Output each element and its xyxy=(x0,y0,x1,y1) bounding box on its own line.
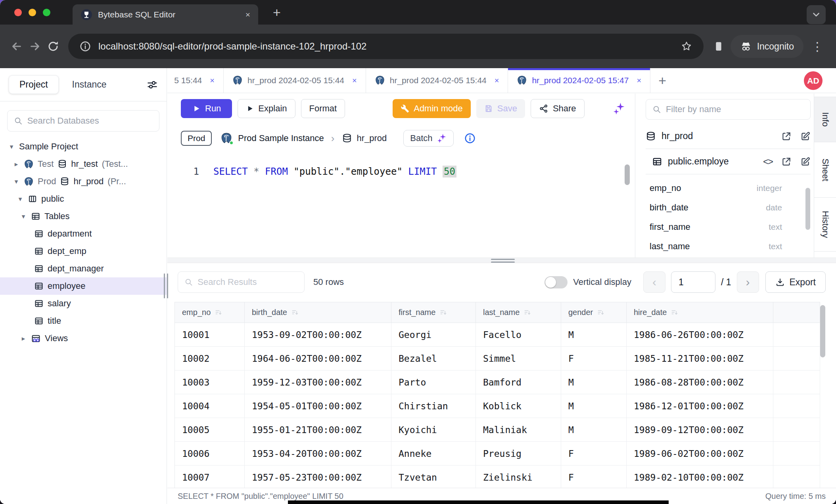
tab-history[interactable]: History xyxy=(814,198,836,252)
tree-item-tables[interactable]: ▾ Tables xyxy=(0,208,167,225)
database-search[interactable] xyxy=(7,110,159,132)
cell[interactable]: 1989-06-02T00:00:00Z xyxy=(627,442,773,466)
cell[interactable]: 10004 xyxy=(175,394,245,418)
tree-item-salary[interactable]: salary xyxy=(0,295,167,312)
next-page-button[interactable]: › xyxy=(737,271,759,293)
tree-item-employee[interactable]: employee xyxy=(0,277,167,295)
code-icon[interactable]: <> xyxy=(763,156,773,167)
side-panel-icon[interactable] xyxy=(712,40,725,53)
results-search-field[interactable] xyxy=(178,271,305,293)
editor-tab-4-active[interactable]: hr_prod 2024-02-05 15:47 × xyxy=(508,68,650,93)
back-icon[interactable] xyxy=(10,40,23,53)
page-number-input[interactable] xyxy=(671,271,715,293)
cell[interactable]: 10001 xyxy=(175,323,245,347)
sidebar-resize-handle[interactable] xyxy=(164,273,168,298)
header-gender[interactable]: gender xyxy=(561,302,627,323)
column-list-scrollbar[interactable] xyxy=(805,188,810,230)
cell[interactable]: 1953-09-02T00:00:00Z xyxy=(245,323,391,347)
tree-item-department[interactable]: department xyxy=(0,225,167,242)
minimize-window-button[interactable] xyxy=(29,9,36,16)
table-row[interactable]: 100021964-06-02T00:00:00ZBezalelSimmelF1… xyxy=(175,347,820,370)
editor-tab-1[interactable]: 5 15:44 × xyxy=(167,68,224,93)
tab-search-button[interactable] xyxy=(807,5,826,24)
cell[interactable]: Maliniak xyxy=(476,418,561,442)
table-row[interactable]: 100011953-09-02T00:00:00ZGeorgiFacelloM1… xyxy=(175,323,820,347)
cell[interactable]: 1953-04-20T00:00:00Z xyxy=(245,442,391,466)
sort-icon[interactable] xyxy=(439,309,447,317)
instance-name[interactable]: Prod Sample Instance xyxy=(238,133,324,143)
column-row[interactable]: first_name text xyxy=(650,217,811,237)
format-button[interactable]: Format xyxy=(301,99,345,118)
cell[interactable]: 1989-02-10T00:00:00Z xyxy=(627,466,773,489)
cell[interactable]: 1989-09-12T00:00:00Z xyxy=(627,418,773,442)
editor-scrollbar[interactable] xyxy=(625,164,630,185)
sort-icon[interactable] xyxy=(597,309,605,317)
cell[interactable]: 10006 xyxy=(175,442,245,466)
forward-icon[interactable] xyxy=(29,40,41,53)
reload-icon[interactable] xyxy=(47,40,59,53)
close-tab-icon[interactable]: × xyxy=(210,76,215,85)
table-row[interactable]: 100041954-05-01T00:00:00ZChirstianKoblic… xyxy=(175,394,820,418)
tree-item-dept_manager[interactable]: dept_manager xyxy=(0,260,167,277)
tree-item-public-schema[interactable]: ▾ public xyxy=(0,190,167,208)
cell[interactable]: Kyoichi xyxy=(391,418,476,442)
cell[interactable]: Anneke xyxy=(391,442,476,466)
browser-menu-button[interactable]: ⋮ xyxy=(809,40,826,53)
table-row[interactable]: 100071957-05-23T00:00:00ZTzvetanZielinsk… xyxy=(175,466,820,489)
results-scrollbar[interactable] xyxy=(820,305,825,357)
schema-database-row[interactable]: hr_prod xyxy=(646,124,811,149)
new-tab-button[interactable]: + xyxy=(269,3,285,22)
cell[interactable]: 1954-05-01T00:00:00Z xyxy=(245,394,391,418)
cell[interactable]: 10005 xyxy=(175,418,245,442)
cell[interactable]: Georgi xyxy=(391,323,476,347)
bookmark-star-icon[interactable] xyxy=(681,40,692,52)
cell[interactable]: Bamford xyxy=(476,370,561,394)
caret-right-icon[interactable]: ▸ xyxy=(20,334,27,343)
cell[interactable]: 10007 xyxy=(175,466,245,489)
cell[interactable]: 1986-06-26T00:00:00Z xyxy=(627,323,773,347)
cell[interactable]: Simmel xyxy=(476,347,561,370)
cell[interactable]: 10003 xyxy=(175,370,245,394)
search-results-input[interactable] xyxy=(197,277,298,287)
zoom-window-button[interactable] xyxy=(43,9,50,16)
cell[interactable]: M xyxy=(561,394,627,418)
splitter-drag-handle[interactable] xyxy=(491,259,515,263)
tab-instance[interactable]: Instance xyxy=(72,79,107,90)
admin-mode-button[interactable]: Admin mode xyxy=(393,99,471,118)
new-query-tab-button[interactable]: + xyxy=(650,68,674,93)
cell[interactable]: 1986-12-01T00:00:00Z xyxy=(627,394,773,418)
column-row[interactable]: last_name text xyxy=(650,237,811,256)
open-external-icon[interactable] xyxy=(781,157,792,167)
tree-item-hr_test[interactable]: ▸ Test hr_test (Test... xyxy=(0,155,167,173)
tab-sheet[interactable]: Sheet xyxy=(814,142,836,198)
url-text[interactable]: localhost:8080/sql-editor/prod-sample-in… xyxy=(98,41,673,52)
cell[interactable]: 1986-08-28T00:00:00Z xyxy=(627,370,773,394)
cell[interactable]: Chirstian xyxy=(391,394,476,418)
cell[interactable]: M xyxy=(561,323,627,347)
save-button[interactable]: Save xyxy=(476,99,525,118)
cell[interactable]: Koblick xyxy=(476,394,561,418)
cell[interactable]: Tzvetan xyxy=(391,466,476,489)
cell[interactable]: F xyxy=(561,442,627,466)
cell[interactable]: F xyxy=(561,347,627,370)
caret-down-icon[interactable]: ▾ xyxy=(17,195,24,203)
cell[interactable]: 1957-05-23T00:00:00Z xyxy=(245,466,391,489)
filter-by-name-input[interactable] xyxy=(666,104,804,115)
caret-down-icon[interactable]: ▾ xyxy=(8,143,15,151)
run-button[interactable]: Run xyxy=(181,99,232,118)
header-last_name[interactable]: last_name xyxy=(476,302,561,323)
close-tab-icon[interactable]: × xyxy=(495,76,499,85)
explain-button[interactable]: Explain xyxy=(238,99,295,118)
editor-tab-2[interactable]: hr_prod 2024-02-05 15:44 × xyxy=(224,68,366,93)
table-row[interactable]: 100061953-04-20T00:00:00ZAnnekePreusigF1… xyxy=(175,442,820,466)
share-button[interactable]: Share xyxy=(531,99,585,118)
database-name[interactable]: hr_prod xyxy=(357,133,387,143)
sql-code-area[interactable]: 1 SELECT * FROM "public"."employee" LIMI… xyxy=(167,162,635,181)
batch-button[interactable]: Batch xyxy=(403,130,453,147)
open-external-icon[interactable] xyxy=(781,131,792,141)
tab-info[interactable]: Info xyxy=(814,97,836,142)
schema-table-row[interactable]: public.employe <> xyxy=(646,149,811,174)
cell[interactable]: F xyxy=(561,466,627,489)
site-info-icon[interactable] xyxy=(79,40,91,52)
cell[interactable]: 1959-12-03T00:00:00Z xyxy=(245,370,391,394)
